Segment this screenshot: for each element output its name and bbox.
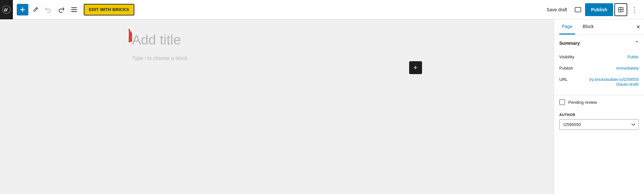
sidebar-close-button[interactable]: × [636, 23, 640, 31]
visibility-label: Visibility [559, 54, 574, 59]
toolbar: EDIT WITH BRICKS Save draft Publish ⋮ [0, 0, 644, 19]
redo-button[interactable] [55, 4, 67, 15]
sidebar: Page Block × Summary ⌃ Visibility Public… [554, 19, 644, 194]
editor-canvas: Add title Type / to choose a block + [132, 32, 422, 161]
sidebar-header: Page Block × [554, 19, 644, 35]
tab-block[interactable]: Block [580, 19, 596, 34]
publish-row: Publish Immediately [559, 63, 639, 74]
summary-section-header[interactable]: Summary ⌃ [554, 35, 644, 51]
pending-review-row: Pending review [554, 95, 644, 109]
edit-with-bricks-button[interactable]: EDIT WITH BRICKS [84, 4, 134, 15]
url-row: URL try.bricksbuilder.io/t2595550/auto-d… [559, 74, 639, 90]
block-hint[interactable]: Type / to choose a block [132, 55, 422, 61]
editor-area: Add title Type / to choose a block + [0, 19, 554, 194]
preview-button[interactable] [572, 4, 584, 15]
author-label: AUTHOR [559, 113, 639, 117]
list-view-button[interactable] [68, 4, 80, 15]
save-draft-button[interactable]: Save draft [543, 7, 571, 12]
add-block-plus-button[interactable]: + [409, 61, 422, 74]
svg-rect-1 [575, 7, 581, 12]
title-input[interactable]: Add title [132, 32, 422, 48]
main-area: Add title Type / to choose a block + Pag… [0, 19, 644, 194]
wp-logo-icon [2, 5, 11, 14]
author-select[interactable]: t2595550 [559, 119, 639, 130]
summary-section: Summary ⌃ Visibility Public Publish Imme… [554, 35, 644, 95]
more-options-button[interactable]: ⋮ [629, 4, 640, 15]
summary-collapse-icon: ⌃ [635, 40, 639, 46]
settings-button[interactable] [614, 3, 627, 16]
author-section: AUTHOR t2595550 [554, 109, 644, 134]
wp-logo [0, 0, 13, 19]
visibility-row: Visibility Public [559, 51, 639, 63]
publish-button[interactable]: Publish [585, 3, 613, 16]
pending-review-checkbox[interactable] [559, 99, 565, 105]
summary-content: Visibility Public Publish Immediately UR… [554, 51, 644, 95]
publish-value[interactable]: Immediately [616, 66, 639, 71]
tab-page[interactable]: Page [559, 19, 575, 34]
publish-label: Publish [559, 66, 573, 71]
visibility-value[interactable]: Public [628, 54, 639, 59]
undo-button[interactable] [43, 4, 54, 15]
url-label: URL [559, 77, 568, 82]
pen-tool-button[interactable] [30, 4, 41, 15]
summary-title: Summary [559, 41, 580, 46]
pending-review-label: Pending review [568, 100, 597, 105]
add-block-button[interactable] [17, 4, 28, 15]
url-value[interactable]: try.bricksbuilder.io/t2595550/auto-draft… [587, 77, 639, 87]
